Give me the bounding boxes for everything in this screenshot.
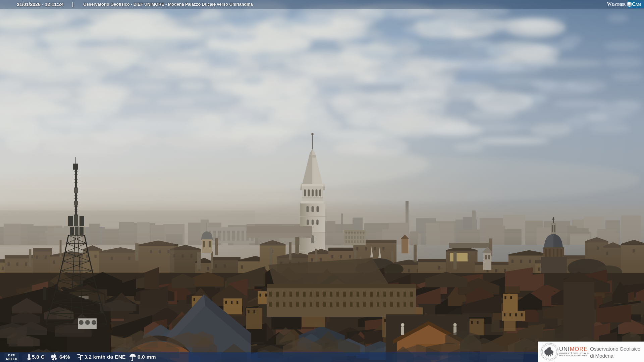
svg-text:1175: 1175: [548, 359, 551, 360]
